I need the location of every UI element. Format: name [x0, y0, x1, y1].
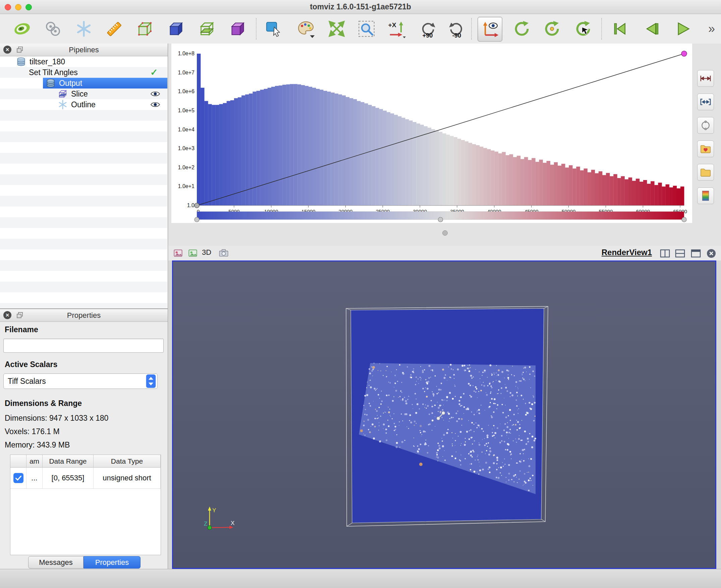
tomviz-window: tomviz 1.6.0-151-g1ae5721b: [0, 0, 721, 588]
visibility-eye-icon[interactable]: [149, 101, 161, 108]
active-scalars-dropdown[interactable]: Tiff Scalars: [3, 374, 158, 389]
wireframe-cube-button[interactable]: [133, 17, 157, 41]
svg-text:+90: +90: [422, 32, 433, 38]
svg-text:1.0e+8: 1.0e+8: [178, 50, 194, 56]
voxel-module-button[interactable]: [226, 17, 250, 41]
volume-module-button[interactable]: [164, 17, 188, 41]
gaussian-mode-button[interactable]: [697, 117, 714, 134]
datasets-button[interactable]: [41, 17, 65, 41]
render-view-title[interactable]: RenderView1: [602, 248, 652, 257]
rotate-minus-90-button[interactable]: -90: [445, 17, 469, 41]
split-vertical-button[interactable]: [674, 247, 686, 260]
pipelines-close-button[interactable]: ✕: [3, 46, 12, 54]
dimensions-text: Dimensions: 947 x 1033 x 180: [5, 414, 108, 423]
outline-module-button[interactable]: [72, 17, 96, 41]
svg-text:1.0e+5: 1.0e+5: [178, 108, 194, 113]
slice-module-button[interactable]: [195, 17, 219, 41]
histogram-panel: 1.0e+81.0e+71.0e+61.0e+51.0e+41.0e+31.0e…: [171, 44, 692, 223]
visibility-eye-icon[interactable]: [149, 90, 161, 98]
pipelines-float-button[interactable]: [16, 46, 23, 53]
play-icon: [673, 19, 692, 38]
orbit-camera-button[interactable]: [540, 17, 564, 41]
pipeline-item-dataset[interactable]: tiltser_180: [0, 56, 167, 67]
output-database-icon: [46, 78, 56, 88]
close-view-button[interactable]: [705, 247, 718, 260]
go-first-frame-button[interactable]: [607, 17, 632, 41]
pipeline-item-slice[interactable]: Slice: [0, 88, 167, 99]
properties-close-button[interactable]: ✕: [3, 311, 12, 319]
header-cell-data-type: Data Type: [94, 455, 161, 467]
capture-image-icon[interactable]: [187, 247, 199, 259]
pipelines-panel: ✕ Pipelines tiltser_180 Set Tilt Angles …: [0, 44, 168, 309]
axes-visibility-button[interactable]: [477, 17, 502, 42]
view-mode-3d-label[interactable]: 3D: [202, 248, 211, 257]
ruler-button[interactable]: [102, 17, 126, 41]
toolbar-separator: [471, 18, 472, 40]
rotate-plus-90-button[interactable]: +90: [415, 17, 440, 41]
capture-view-icon[interactable]: [172, 247, 184, 259]
close-window-button[interactable]: [5, 4, 11, 10]
splitter-handle[interactable]: [442, 230, 448, 236]
select-mode-button[interactable]: [262, 17, 286, 41]
filename-input[interactable]: [3, 339, 164, 353]
pipeline-item-outline[interactable]: Outline: [0, 99, 167, 110]
filename-label: Filename: [5, 325, 38, 334]
pipeline-item-set-tilt-angles[interactable]: Set Tilt Angles ✓: [0, 67, 167, 78]
wireframe-cube-icon: [136, 19, 154, 38]
colormap-tool-strip: [697, 70, 714, 204]
tab-properties[interactable]: Properties: [83, 556, 141, 569]
zoom-to-box-button[interactable]: [354, 17, 378, 41]
scalars-checkbox[interactable]: [14, 473, 23, 483]
volume-cube-icon: [167, 19, 185, 38]
rotate-plus-90-icon: +90: [418, 19, 437, 38]
tomviz-logo-button[interactable]: [10, 17, 34, 41]
header-cell-data-range: Data Range: [43, 455, 94, 467]
properties-header: ✕ Properties: [0, 309, 168, 322]
svg-text:Z: Z: [204, 521, 207, 527]
rotate-arrow-icon: [512, 19, 531, 38]
custom-range-button[interactable]: [697, 93, 714, 110]
reset-range-button[interactable]: [697, 70, 714, 87]
split-horizontal-button[interactable]: [659, 247, 672, 260]
slice-cube-icon: [198, 19, 216, 38]
screenshot-camera-icon[interactable]: [218, 247, 229, 259]
svg-text:1.0: 1.0: [187, 203, 194, 208]
pipeline-item-output[interactable]: Output: [0, 78, 167, 88]
play-button[interactable]: [671, 17, 695, 41]
pipelines-header: ✕ Pipelines: [0, 44, 168, 56]
colormap-palette-button[interactable]: [294, 17, 318, 41]
rotate-cursor-icon: [574, 19, 593, 38]
main-toolbar: +X +90 -90 »: [0, 14, 721, 44]
favorite-presets-button[interactable]: [697, 141, 714, 157]
load-preset-button[interactable]: [697, 164, 714, 181]
properties-float-button[interactable]: [16, 311, 23, 319]
toolbar-overflow-button[interactable]: »: [700, 17, 721, 41]
previous-frame-icon: [642, 19, 661, 38]
set-view-direction-button[interactable]: +X: [384, 17, 409, 41]
rotate-camera-button[interactable]: [510, 17, 534, 41]
cell-data-type: unsigned short: [94, 468, 161, 488]
histogram-transfer-function-editor[interactable]: 1.0e+81.0e+71.0e+61.0e+51.0e+41.0e+31.0e…: [171, 44, 692, 223]
reset-camera-button[interactable]: [325, 17, 349, 41]
tab-messages[interactable]: Messages: [28, 556, 83, 569]
minimize-window-button[interactable]: [15, 4, 21, 10]
custom-rotate-camera-button[interactable]: [571, 17, 595, 41]
zoom-window-button[interactable]: [25, 4, 32, 10]
svg-text:Y: Y: [212, 507, 216, 513]
operator-complete-check-icon: ✓: [150, 67, 158, 78]
svg-text:X: X: [231, 520, 234, 526]
outline-asterisk-icon: [58, 100, 68, 110]
svg-text:1.0e+1: 1.0e+1: [178, 183, 194, 189]
dropdown-stepper-icon: [146, 375, 156, 388]
window-title: tomviz 1.6.0-151-g1ae5721b: [0, 0, 721, 14]
volume-render-canvas[interactable]: YXZ: [173, 261, 715, 568]
pipeline-tree: tiltser_180 Set Tilt Angles ✓ Output Sli…: [0, 56, 167, 309]
render-view[interactable]: YXZ: [172, 260, 716, 569]
titlebar: tomviz 1.6.0-151-g1ae5721b: [0, 0, 721, 14]
pipeline-item-label: Output: [59, 79, 82, 88]
scalars-table-header: am Data Range Data Type: [11, 455, 161, 468]
colormap-swatch-button[interactable]: [697, 187, 714, 204]
maximize-view-button[interactable]: [689, 247, 702, 260]
svg-text:1.0e+7: 1.0e+7: [178, 70, 194, 76]
step-back-button[interactable]: [639, 17, 664, 41]
